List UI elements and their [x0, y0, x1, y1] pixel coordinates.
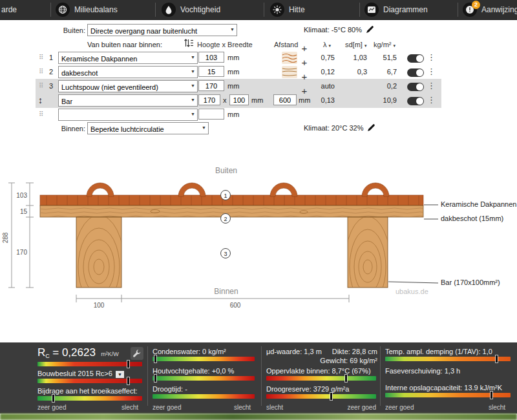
sort-layers-icon[interactable] [184, 37, 194, 48]
layer-toggle[interactable] [407, 97, 424, 105]
material-select-control[interactable]: Keramische Dakpannen [59, 54, 197, 65]
dim-15: 15 [20, 208, 28, 215]
bar-marker [491, 392, 492, 399]
rafter-right [344, 216, 391, 317]
sd-value: 0,3 [341, 68, 367, 76]
layer-menu-icon[interactable]: ⋮ [427, 67, 436, 76]
bar-marker [345, 375, 347, 382]
unit-mm: mm [227, 82, 239, 90]
material-select[interactable]: ▼ [58, 109, 198, 121]
material-select-control[interactable]: dakbeschot [59, 68, 197, 79]
material-select-control[interactable] [59, 110, 197, 121]
tab-milieubalans[interactable]: Milieubalans [54, 0, 154, 19]
unit-mm: mm [299, 96, 310, 104]
label-bar: Bar (170x100mm²) [441, 278, 500, 286]
drag-handle-icon[interactable]: ⠿ [39, 54, 43, 61]
layer-menu-icon[interactable]: ⋮ [427, 81, 436, 90]
material-select[interactable]: Keramische Dakpannen ▼ [58, 52, 198, 64]
results-separator [380, 346, 381, 406]
tab-label: Aanwijzing [481, 5, 517, 14]
add-layer-button[interactable]: + [299, 85, 310, 96]
oppervlakte-scale-bar [266, 376, 376, 381]
drag-handle-icon[interactable]: ⠿ [39, 68, 43, 75]
scale-good: zeer goed [37, 404, 66, 411]
layer-toggle[interactable] [407, 83, 424, 91]
bouwbesluit-scale-bar [37, 379, 142, 383]
wrench-button[interactable] [131, 347, 143, 360]
unit-mm: mm [227, 110, 239, 118]
houtvocht-scale-bar [153, 376, 255, 381]
buiten-caption: Buiten [215, 166, 237, 175]
add-layer-button[interactable]: + [299, 57, 310, 67]
wrench-icon [132, 349, 142, 358]
add-layer-button[interactable]: + [299, 43, 310, 53]
add-layer-button[interactable]: + [299, 71, 310, 81]
layer-toggle[interactable] [407, 54, 424, 63]
condenswater-scale-bar [153, 357, 255, 361]
tab-vochtigheid[interactable]: Vochtigheid [160, 0, 258, 19]
background-photo-strip [0, 414, 517, 420]
bar-marker [127, 377, 129, 384]
column-header-afstand: Afstand [274, 41, 298, 48]
sd-value: 1,03 [341, 54, 367, 61]
nav-separator [155, 3, 156, 17]
buiten-select[interactable]: Directe overgang naar buitenlucht ▼ [87, 24, 237, 36]
tab-diagrammen[interactable]: Diagrammen [363, 0, 456, 19]
binnen-select[interactable]: Beperkte luchtcirculatie ▼ [87, 122, 209, 134]
opslag-label: Interne opslagcapaciteit: 13.9 kJ/m²K [385, 384, 502, 392]
material-select[interactable]: Bar ▼ [58, 94, 198, 107]
opslag-scale-bar [385, 393, 511, 397]
fase-label: Faseverschuiving: 1,3 h [385, 367, 460, 375]
edit-pencil-icon[interactable] [367, 123, 375, 132]
scale-good: zeer goed [385, 404, 414, 411]
thickness-input[interactable] [198, 94, 220, 105]
drag-handle-icon[interactable]: ⠿ [39, 82, 43, 89]
edit-pencil-icon[interactable] [366, 25, 374, 34]
binnen-caption: Binnen [214, 287, 238, 296]
buiten-select-control[interactable]: Directe overgang naar buitenlucht [88, 26, 237, 37]
material-texture-icon [282, 52, 297, 64]
thickness-input[interactable] [198, 109, 224, 120]
tab-u-waarde-partial[interactable]: arde [1, 5, 17, 14]
column-header-lambda[interactable]: λ ▾ [323, 41, 331, 48]
material-select[interactable]: Luchtspouw (niet geventileerd) ▼ [58, 80, 198, 92]
material-select-control[interactable]: Luchtspouw (niet geventileerd) [59, 82, 197, 93]
nav-separator [359, 3, 360, 17]
rc-value: RC = 0,2623 m²K/W [37, 346, 119, 359]
tab-label: Vochtigheid [180, 5, 220, 14]
broeikas-scale-bar [37, 396, 142, 401]
bar-marker [154, 375, 156, 382]
notification-badge: 2 [472, 1, 480, 9]
layer-menu-icon[interactable]: ⋮ [427, 96, 436, 105]
afstand-input[interactable] [273, 94, 297, 105]
nav-separator [264, 3, 264, 17]
dim-100: 100 [94, 302, 105, 309]
scale-bad: slecht [489, 404, 505, 411]
layer-toggle[interactable] [407, 68, 424, 77]
layer-menu-icon[interactable]: ⋮ [427, 53, 436, 62]
tab-aanwijzingen[interactable]: Aanwijzing [461, 0, 517, 19]
move-layer-icon[interactable]: ↕ [38, 95, 43, 105]
binnen-label: Binnen: [55, 125, 85, 132]
layer-marker-3: 3 [221, 249, 231, 258]
tab-hitte[interactable]: Hitte [269, 0, 354, 19]
buiten-label: Buiten: [57, 26, 85, 34]
direction-label: Van buiten naar binnen: [87, 41, 162, 48]
thickness-input[interactable] [198, 66, 224, 77]
material-select[interactable]: dakbeschot ▼ [58, 66, 198, 78]
drag-handle-icon[interactable]: ⠿ [39, 110, 43, 118]
width-input[interactable] [229, 94, 249, 105]
binnen-select-control[interactable]: Beperkte luchtcirculatie [88, 124, 208, 135]
thickness-input[interactable] [198, 80, 224, 91]
watermark: ubakus.de [396, 288, 428, 295]
lambda-value: 0,75 [310, 54, 335, 61]
column-header-sd[interactable]: sd[m] ▾ [345, 41, 366, 48]
bar-marker [496, 355, 498, 362]
layer-number: 3 [49, 82, 53, 90]
bouwbesluit-dropdown[interactable]: ▼ [116, 371, 124, 378]
klimaat-buiten-text: Klimaat: -5°C 80% [304, 26, 362, 34]
construction-drawing: Buiten [0, 141, 517, 335]
thickness-input[interactable] [198, 52, 224, 63]
material-select-control[interactable]: Bar [59, 96, 197, 107]
column-header-kg[interactable]: kg/m² ▾ [374, 41, 396, 48]
